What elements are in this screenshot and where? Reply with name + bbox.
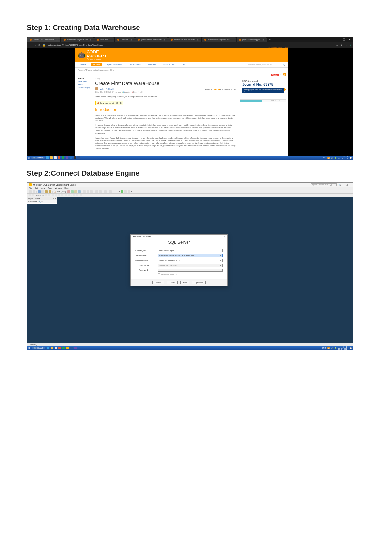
tool-back-icon[interactable] <box>29 190 32 193</box>
tool-as-icon[interactable] <box>71 190 74 193</box>
rss-icon[interactable]: 📶 <box>283 73 286 76</box>
breadcrumb[interactable]: Articles / Programming Languages / SQL <box>75 68 288 72</box>
menu-edit[interactable]: Edit <box>35 187 38 189</box>
task-icon-3[interactable] <box>55 347 57 349</box>
search-icon[interactable]: 🔍 <box>283 64 285 66</box>
oe-refresh-icon[interactable]: ↻ <box>41 200 43 203</box>
sidebar-ad-1[interactable]: UGC Approved Journal No: 63975 IJSR rese… <box>240 78 286 97</box>
bookmark-icon[interactable]: ★ <box>336 44 338 46</box>
cancel-button[interactable]: Cancel <box>167 281 178 284</box>
tool2-icon-2[interactable] <box>32 194 34 196</box>
nav-features[interactable]: features <box>146 63 158 66</box>
rating-stars-icon[interactable]: ★★★★★ <box>213 88 220 90</box>
oe-connect-dropdown[interactable]: Connect ▾ <box>28 200 37 203</box>
tool2-icon-1[interactable] <box>29 194 31 196</box>
tray-notifications-icon[interactable]: 💬 <box>350 157 352 159</box>
window-close-icon[interactable]: ✕ <box>350 184 351 186</box>
tool-undo-icon[interactable] <box>95 190 98 193</box>
extension-icon[interactable]: ⧉ <box>341 44 342 46</box>
menu-window[interactable]: Window <box>55 187 62 189</box>
tool2-stop-icon[interactable] <box>48 194 50 196</box>
tab-close-icon[interactable]: ✕ <box>110 39 111 41</box>
browser-tab-0[interactable]: Create First Data Wareh✕ <box>27 37 60 42</box>
tool-forward-icon[interactable] <box>33 190 35 193</box>
tool-props-icon[interactable] <box>124 190 127 193</box>
tray-network-icon[interactable]: 📶 <box>327 157 330 159</box>
facebook-icon[interactable]: f <box>281 73 281 76</box>
tool-save-all-icon[interactable] <box>49 190 51 193</box>
nav-help[interactable]: help <box>180 63 188 66</box>
window-maximize-icon[interactable]: ❐ <box>343 38 345 41</box>
menu-help[interactable]: Help <box>64 187 68 189</box>
tool-tools-icon[interactable] <box>128 190 130 193</box>
quick-launch-input[interactable]: Quick Launch (Ctrl+Q) <box>311 183 337 186</box>
help-button[interactable]: Help <box>180 281 189 284</box>
tool-copy-icon[interactable] <box>87 190 89 193</box>
taskbar-search[interactable]: 🔍 Search <box>31 157 45 159</box>
left-revisions[interactable]: Revisions (7) <box>78 87 91 89</box>
task-icon-8[interactable] <box>74 347 77 349</box>
task-icon-5[interactable] <box>62 156 64 159</box>
tray-eng[interactable]: ENG <box>322 347 326 349</box>
oe-filter-icon[interactable]: 🔧 <box>38 200 41 203</box>
tray-notifications-icon[interactable]: 💬 <box>350 347 352 349</box>
new-tab-button[interactable]: + <box>269 38 271 41</box>
start-button[interactable]: ⊞ <box>28 347 31 350</box>
left-stats[interactable]: Stats <box>78 84 91 86</box>
tool2-stats-icon[interactable] <box>61 194 63 196</box>
task-icon-2[interactable] <box>51 347 53 349</box>
task-icon-5[interactable] <box>62 347 65 349</box>
task-icon-1[interactable] <box>47 347 49 349</box>
tool2-plan2-icon[interactable] <box>58 194 60 196</box>
task-icon-9[interactable] <box>77 156 80 159</box>
menu-tools[interactable]: Tools <box>48 187 52 189</box>
tool-open-icon[interactable] <box>41 190 44 193</box>
download-link[interactable]: 📥 Download script - 5.3 KB <box>95 101 123 105</box>
author-name[interactable]: Mubin M. Shaikh <box>100 88 114 90</box>
quick-launch-search-icon[interactable]: 🔍 <box>339 184 341 186</box>
task-icon-7[interactable] <box>70 347 73 349</box>
task-icon-4[interactable] <box>58 347 61 349</box>
tab-close-icon[interactable]: ✕ <box>197 39 199 41</box>
nav-quick-answers[interactable]: quick answers <box>106 63 124 66</box>
browser-tab-5[interactable]: Document and visualize✕ <box>168 37 201 42</box>
execute-label[interactable]: Execute <box>38 194 44 196</box>
tray-volume-icon[interactable]: 🔊 <box>331 347 333 349</box>
nav-home[interactable]: home <box>78 63 88 66</box>
task-icon-3[interactable] <box>54 156 57 159</box>
tool-find-icon[interactable] <box>109 190 112 193</box>
browser-tab-7[interactable]: (1) Facebook logged✕ <box>237 37 267 42</box>
dialog-close-icon[interactable]: ✕ <box>224 235 225 237</box>
panel-pin-icon[interactable]: ▾ ✕ <box>53 198 56 200</box>
server-type-select[interactable]: Database Engine▾ <box>158 249 223 252</box>
browser-tab-3[interactable]: Example✕ <box>115 37 134 42</box>
tab-close-icon[interactable]: ✕ <box>56 39 58 41</box>
codeproject-search-input[interactable]: Search for articles, questions, tips🔍 <box>247 63 286 66</box>
nav-articles[interactable]: articles <box>91 63 102 66</box>
tool-paste-icon[interactable] <box>90 190 93 193</box>
profile-icon[interactable]: ● <box>350 44 351 46</box>
tool-comment-icon[interactable] <box>104 190 107 193</box>
tool-cut-icon[interactable] <box>83 190 86 193</box>
task-icon-6[interactable] <box>66 156 68 159</box>
taskbar-search[interactable]: 🔍 Search <box>32 347 45 349</box>
nav-discussions[interactable]: discussions <box>127 63 143 66</box>
forward-icon[interactable]: → <box>34 44 36 47</box>
sidebar-ad-2[interactable]: IJFR Research Journal <box>240 99 286 102</box>
window-maximize-icon[interactable]: ❐ <box>346 184 348 186</box>
tool2-debug-icon[interactable] <box>45 194 47 196</box>
url-text[interactable]: codeproject.com/Articles/652108/Create-F… <box>48 44 103 46</box>
nav-community[interactable]: community <box>162 63 177 66</box>
tool2-plan-icon[interactable] <box>55 194 57 196</box>
window-minimize-icon[interactable]: – <box>338 38 339 41</box>
task-icon-8[interactable] <box>74 156 76 159</box>
connect-button[interactable]: Connect <box>152 281 164 284</box>
options-button[interactable]: Options >> <box>192 281 206 284</box>
auth-select[interactable]: Windows Authentication▾ <box>158 259 223 262</box>
left-article[interactable]: Article <box>78 78 91 80</box>
tool-db-icon[interactable] <box>67 190 70 193</box>
server-name-select[interactable]: LAPTOP-5M9F3QET\MSSQLSERVER01▾ <box>158 254 223 257</box>
new-query-button[interactable]: 📋 New Query <box>54 190 66 193</box>
menu-file[interactable]: File <box>29 187 32 189</box>
tool2-outdent-icon[interactable] <box>76 194 78 196</box>
